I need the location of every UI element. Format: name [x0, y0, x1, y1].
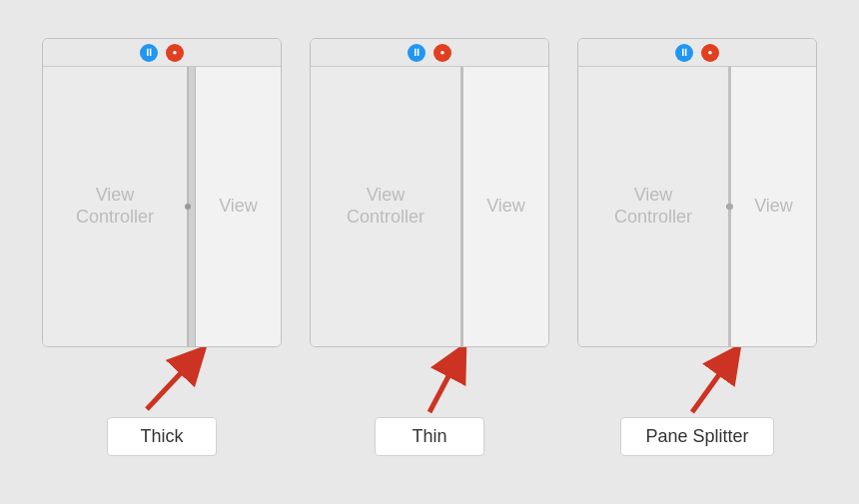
pane-right-label: View: [754, 196, 793, 218]
pane-device-frame: ⏸ ● ViewController View: [577, 38, 817, 347]
svg-line-3: [430, 359, 457, 412]
pane-content: ViewController View: [578, 67, 816, 346]
thin-pause-icon: ⏸: [408, 44, 426, 62]
pane-label-box: Pane Splitter: [620, 417, 773, 456]
thin-arrow-container: [310, 347, 549, 417]
thick-pause-icon: ⏸: [140, 44, 158, 62]
svg-line-5: [692, 359, 730, 412]
thin-left-label: ViewController: [347, 185, 425, 228]
thick-dot: [185, 204, 191, 210]
pane-arrow-container: [577, 347, 817, 417]
pane-splitter: [729, 67, 731, 346]
thick-arrow-container: [42, 347, 282, 417]
thin-stop-icon: ●: [433, 44, 451, 62]
thin-arrow-svg: [310, 347, 549, 417]
thin-panel-group: ⏸ ● ViewController View: [310, 38, 549, 456]
thick-left-label: ViewController: [76, 185, 154, 228]
thin-right-label: View: [486, 196, 525, 218]
thick-label: Thick: [107, 417, 217, 456]
thin-device-frame: ⏸ ● ViewController View: [310, 38, 549, 347]
thick-left-pane: ViewController: [43, 67, 188, 346]
pane-titlebar: ⏸ ●: [578, 39, 816, 67]
main-container: ⏸ ● ViewController View: [12, 18, 847, 486]
thick-device-frame: ⏸ ● ViewController View: [42, 38, 282, 347]
thin-content: ViewController View: [311, 67, 548, 346]
thick-right-pane: View: [196, 67, 281, 346]
svg-line-1: [147, 359, 194, 409]
thick-arrow-svg: [42, 347, 282, 417]
pane-stop-icon: ●: [701, 44, 719, 62]
pane-left-pane: ViewController: [578, 67, 729, 346]
thick-titlebar: ⏸ ●: [43, 39, 281, 67]
pane-panel-group: ⏸ ● ViewController View: [577, 38, 817, 456]
thick-right-label: View: [219, 196, 258, 218]
pane-right-pane: View: [731, 67, 816, 346]
thin-titlebar: ⏸ ●: [311, 39, 548, 67]
pane-arrow-svg: [577, 347, 817, 417]
thick-stop-icon: ●: [166, 44, 184, 62]
thick-panel-group: ⏸ ● ViewController View: [42, 38, 282, 456]
pane-pause-icon: ⏸: [675, 44, 693, 62]
pane-left-label: ViewController: [614, 185, 692, 228]
thin-right-pane: View: [463, 67, 548, 346]
thick-content: ViewController View: [43, 67, 281, 346]
thin-left-pane: ViewController: [311, 67, 461, 346]
thin-label: Thin: [375, 417, 484, 456]
